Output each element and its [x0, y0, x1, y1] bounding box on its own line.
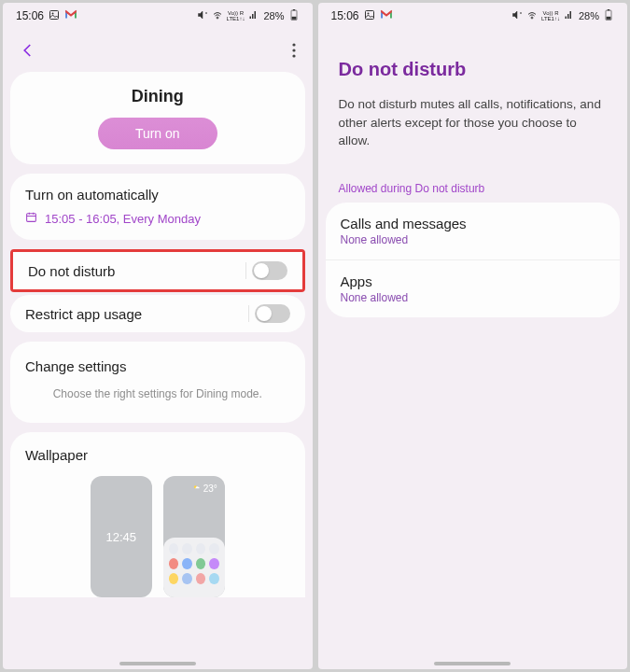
image-icon — [49, 9, 60, 23]
dnd-label: Do not disturb — [28, 263, 115, 279]
auto-title: Turn on automatically — [25, 187, 290, 203]
restrict-app-usage-row[interactable]: Restrict app usage — [10, 295, 305, 332]
apps-item[interactable]: Apps None allowed — [326, 259, 621, 317]
svg-point-11 — [367, 12, 369, 14]
signal-icon — [564, 9, 575, 22]
svg-rect-13 — [608, 9, 609, 10]
page-description: Do not disturb mutes all calls, notifica… — [339, 95, 608, 150]
lock-time: 12:45 — [105, 530, 136, 544]
change-settings-title: Change settings — [25, 358, 290, 374]
calls-and-messages-item[interactable]: Calls and messages None allowed — [326, 203, 621, 259]
status-bar: 15:06 Vo)) RLTE1↑↓ 28% — [318, 3, 628, 29]
turn-on-button[interactable]: Turn on — [98, 118, 217, 149]
mode-hero-card: Dining Turn on — [10, 72, 305, 164]
list-item-subtitle: None allowed — [341, 233, 606, 246]
status-time: 15:06 — [331, 9, 359, 22]
weather-temp: 23° — [203, 483, 217, 494]
home-indicator[interactable] — [119, 662, 196, 665]
home-indicator[interactable] — [434, 662, 511, 665]
image-icon — [364, 9, 375, 23]
weather-icon — [192, 483, 201, 494]
change-settings-subtitle: Choose the right settings for Dining mod… — [25, 387, 290, 400]
list-item-subtitle: None allowed — [341, 291, 606, 304]
section-label-allowed: Allowed during Do not disturb — [318, 160, 628, 203]
lock-screen-preview[interactable]: 12:45 — [91, 476, 152, 597]
svg-rect-0 — [50, 10, 59, 19]
svg-point-1 — [52, 12, 54, 14]
calendar-icon — [25, 210, 37, 227]
battery-icon — [288, 9, 300, 22]
svg-rect-4 — [291, 17, 296, 20]
signal-icon — [248, 9, 259, 22]
svg-point-6 — [292, 49, 295, 51]
app-header — [3, 29, 313, 72]
change-settings-card[interactable]: Change settings Choose the right setting… — [10, 342, 305, 423]
wallpaper-title: Wallpaper — [25, 447, 290, 463]
wifi-icon — [212, 9, 223, 22]
mode-title: Dining — [25, 87, 290, 106]
auto-schedule-card[interactable]: Turn on automatically 15:05 - 16:05, Eve… — [10, 174, 305, 240]
network-label: Vo)) RLTE1↑↓ — [541, 10, 560, 21]
page-title: Do not disturb — [339, 59, 608, 80]
battery-percent: 28% — [579, 10, 599, 21]
svg-rect-3 — [292, 9, 294, 10]
svg-point-7 — [292, 54, 295, 57]
back-button[interactable] — [20, 42, 36, 63]
mute-icon — [197, 9, 208, 22]
do-not-disturb-row[interactable]: Do not disturb — [13, 252, 302, 289]
restrict-label: Restrict app usage — [25, 306, 142, 322]
highlighted-dnd-row: Do not disturb — [10, 249, 305, 292]
dnd-toggle[interactable] — [252, 261, 287, 280]
allowed-list: Calls and messages None allowed Apps Non… — [326, 203, 621, 317]
more-options-button[interactable] — [292, 43, 296, 62]
schedule-text: 15:05 - 16:05, Every Monday — [45, 212, 201, 226]
list-item-title: Apps — [341, 273, 606, 289]
svg-rect-10 — [365, 10, 373, 19]
restrict-toggle[interactable] — [255, 304, 290, 323]
battery-icon — [603, 9, 614, 22]
status-time: 15:06 — [16, 9, 44, 22]
gmail-icon — [64, 9, 77, 22]
mute-icon — [511, 9, 523, 22]
wifi-icon — [526, 9, 538, 22]
divider — [248, 305, 249, 322]
divider — [245, 262, 246, 279]
svg-rect-14 — [607, 17, 611, 20]
page-header: Do not disturb Do not disturb mutes all … — [318, 29, 628, 160]
status-bar: 15:06 Vo)) RLTE1↑↓ 28% — [3, 3, 313, 29]
phone-screen-dnd-settings: 15:06 Vo)) RLTE1↑↓ 28% Do not disturb Do… — [318, 3, 628, 669]
app-tray-preview — [163, 538, 225, 597]
phone-screen-mode-settings: 15:06 Vo)) RLTE1↑↓ 28% Dining Turn — [3, 3, 313, 669]
svg-point-5 — [292, 43, 295, 46]
svg-rect-8 — [27, 214, 36, 222]
home-screen-preview[interactable]: 23° — [163, 476, 225, 597]
content-area: Dining Turn on Turn on automatically 15:… — [3, 72, 313, 669]
network-label: Vo)) RLTE1↑↓ — [227, 10, 245, 21]
list-item-title: Calls and messages — [341, 216, 606, 231]
wallpaper-card[interactable]: Wallpaper 12:45 23° — [10, 432, 305, 597]
battery-percent: 28% — [263, 10, 284, 21]
gmail-icon — [380, 9, 393, 22]
